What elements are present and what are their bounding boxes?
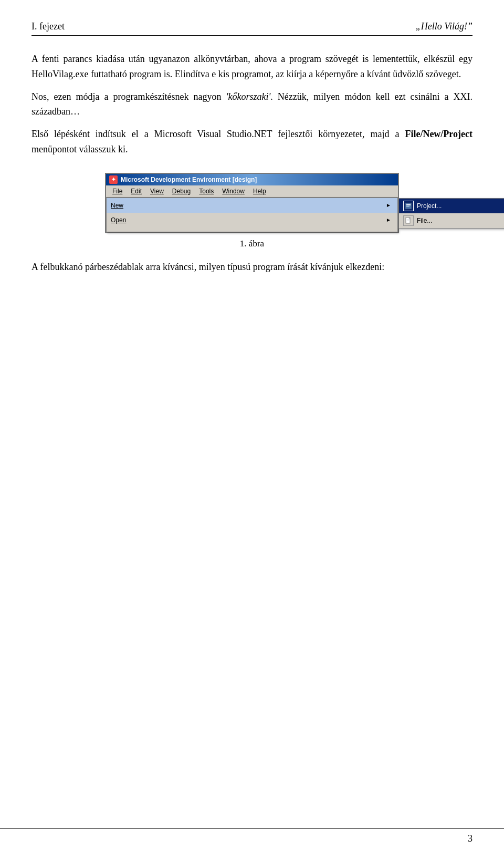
menubar-view[interactable]: View [146, 186, 168, 196]
page-footer: 3 [0, 828, 504, 844]
svg-rect-1 [406, 204, 411, 205]
menubar-edit[interactable]: Edit [127, 186, 146, 196]
paragraph-1: A fenti parancs kiadása után ugyanazon a… [32, 51, 472, 82]
vs-menu-row-new[interactable]: New ► [107, 198, 397, 213]
page: I. fejezet Hello Világ! A fenti parancs … [0, 0, 504, 860]
vs-menu-open-label: Open [111, 216, 386, 224]
menubar-tools[interactable]: Tools [195, 186, 218, 196]
chapter-title: I. fejezet [32, 21, 65, 32]
vs-menubar: File Edit View Debug Tools Window Help [106, 185, 398, 198]
body-text: A fenti parancs kiadása után ugyanazon a… [32, 51, 472, 157]
paragraph-3-bold: File/New/Project [405, 129, 472, 139]
screenshot-figure: ✦ Microsoft Development Environment [des… [32, 173, 472, 233]
svg-rect-2 [406, 206, 410, 207]
vs-app-icon: ✦ [109, 175, 118, 184]
vs-submenu-new: Project... Ctrl+Shift+N [398, 198, 504, 229]
vs-menu-spacer [107, 227, 397, 232]
paragraph-3: Első lépésként indítsuk el a Microsoft V… [32, 127, 472, 157]
vs-menu-row-open[interactable]: Open ► [107, 213, 397, 227]
paragraph-3-pre: Első lépésként indítsuk el a Microsoft V… [32, 129, 405, 139]
svg-rect-5 [407, 221, 409, 221]
vs-submenu-file-label: File... [417, 217, 504, 224]
vs-menu-area: New ► [106, 198, 398, 232]
paragraph-2-text: Nos, ezen módja a programkészítésnek nag… [32, 91, 472, 117]
figure-caption-text: 1. ábra [240, 239, 264, 248]
menubar-window[interactable]: Window [218, 186, 249, 196]
svg-rect-4 [407, 220, 410, 220]
vs-submenu-row-file[interactable]: File... Ctrl+N [399, 213, 504, 228]
menubar-file[interactable]: File [108, 186, 127, 196]
project-icon [403, 201, 414, 211]
paragraph-3-post: menüpontot válasszuk ki. [32, 144, 128, 154]
vs-submenu-project-label: Project... [417, 202, 504, 210]
menubar-help[interactable]: Help [249, 186, 270, 196]
page-header: I. fejezet Hello Világ! [32, 21, 472, 36]
vs-menu-open-arrow: ► [386, 217, 391, 223]
vs-submenu-row-project[interactable]: Project... Ctrl+Shift+N [399, 199, 504, 213]
file-icon [403, 215, 414, 226]
book-title: Hello Világ! [416, 21, 472, 32]
vs-menu-new-label: New [111, 202, 386, 209]
body-text-2: A felbukkanó párbeszédablak arra kíváncs… [32, 260, 472, 275]
vs-window: ✦ Microsoft Development Environment [des… [105, 173, 399, 233]
page-number: 3 [468, 833, 472, 844]
vs-titlebar: ✦ Microsoft Development Environment [des… [106, 174, 398, 185]
vs-window-title: Microsoft Development Environment [desig… [121, 176, 257, 183]
vs-file-menu: New ► [106, 198, 398, 232]
paragraph-4: A felbukkanó párbeszédablak arra kíváncs… [32, 260, 472, 275]
menubar-debug[interactable]: Debug [168, 186, 195, 196]
paragraph-2: Nos, ezen módja a programkészítésnek nag… [32, 89, 472, 120]
figure-caption: 1. ábra [32, 239, 472, 249]
vs-menu-new-arrow: ► [386, 202, 391, 208]
